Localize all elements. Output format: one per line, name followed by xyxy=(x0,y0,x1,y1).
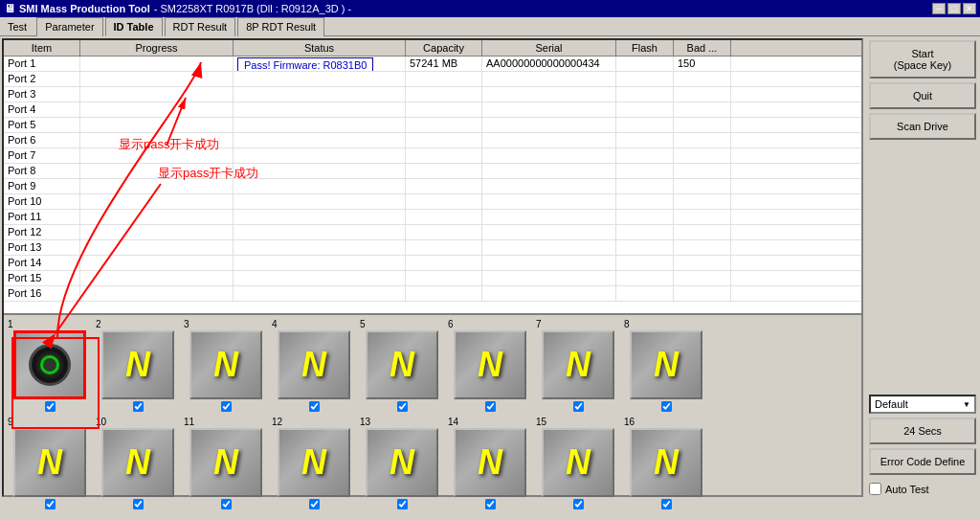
tab-parameter[interactable]: Parameter xyxy=(36,17,102,36)
port-checkbox-16[interactable] xyxy=(660,499,671,509)
port-checkbox-7[interactable] xyxy=(572,401,583,412)
port-checkbox-2[interactable] xyxy=(132,401,143,412)
port-icon-6[interactable]: N xyxy=(454,330,526,399)
port-icon-5[interactable]: N xyxy=(366,330,438,399)
cell-item: Port 2 xyxy=(4,72,80,86)
col-serial: Serial xyxy=(482,40,616,56)
cell-item: Port 4 xyxy=(4,102,80,117)
col-capacity: Capacity xyxy=(406,40,482,56)
port-icon-3[interactable]: N xyxy=(189,330,262,399)
table-row: Port 3 xyxy=(4,87,861,102)
col-progress: Progress xyxy=(80,40,234,56)
port-item-13[interactable]: 13 N xyxy=(360,417,444,510)
port-number-8: 8 xyxy=(624,319,630,329)
port-icon-15[interactable]: N xyxy=(542,428,614,497)
profile-dropdown[interactable]: Default ▼ xyxy=(869,395,976,414)
port-item-15[interactable]: 15 N xyxy=(536,417,620,510)
port-icon-16[interactable]: N xyxy=(630,428,702,497)
port-checkbox-14[interactable] xyxy=(484,499,495,509)
maximize-button[interactable]: □ xyxy=(947,3,961,14)
port-number-9: 9 xyxy=(8,417,13,427)
port-icon-12[interactable]: N xyxy=(278,428,350,497)
tab-8p-rdt-result[interactable]: 8P RDT Result xyxy=(237,17,324,36)
port-number-5: 5 xyxy=(360,319,366,329)
port-item-9[interactable]: 9 N xyxy=(8,417,92,510)
menu-bar: Test Parameter ID Table RDT Result 8P RD… xyxy=(0,17,980,36)
port-icon-13[interactable]: N xyxy=(366,428,438,497)
port-icon-9[interactable]: N xyxy=(13,428,86,497)
port-checkbox-8[interactable] xyxy=(660,401,671,412)
port-icon-2[interactable]: N xyxy=(101,330,174,399)
cell-item: Port 15 xyxy=(4,271,80,285)
port-item-4[interactable]: 4 N xyxy=(272,319,356,413)
port-checkbox-10[interactable] xyxy=(132,499,143,509)
port-icon-14[interactable]: N xyxy=(454,428,526,497)
cell-item: Port 8 xyxy=(4,164,80,178)
table-row: Port 14 xyxy=(4,256,861,271)
quit-button[interactable]: Quit xyxy=(869,82,976,109)
port-item-14[interactable]: 14 N xyxy=(448,417,532,510)
port-item-11[interactable]: 11 N xyxy=(184,417,268,510)
table-body: Port 1 Pass! Firmware: R0831B0 57241 MB … xyxy=(4,57,861,302)
port-item-8[interactable]: 8 N xyxy=(624,319,708,413)
start-button[interactable]: Start (Space Key) xyxy=(869,40,976,79)
secs-button[interactable]: 24 Secs xyxy=(869,418,976,444)
tab-id-table[interactable]: ID Table xyxy=(105,17,163,36)
auto-test-checkbox[interactable] xyxy=(869,483,881,495)
cell-item: Port 5 xyxy=(4,118,80,132)
n-letter: N xyxy=(213,442,238,483)
port-checkbox-13[interactable] xyxy=(396,499,407,509)
port-checkbox-1[interactable] xyxy=(44,401,55,412)
port-number-1: 1 xyxy=(8,319,13,329)
table-row: Port 11 xyxy=(4,210,861,225)
port-checkbox-5[interactable] xyxy=(396,401,407,412)
dropdown-arrow-icon: ▼ xyxy=(963,400,970,409)
port-item-10[interactable]: 10 N xyxy=(96,417,180,510)
table-row: Port 16 xyxy=(4,286,861,302)
cell-bad: 150 xyxy=(674,57,731,71)
port-item-2[interactable]: 2 N xyxy=(96,319,180,413)
port-item-5[interactable]: 5 N xyxy=(360,319,444,413)
n-letter: N xyxy=(390,442,414,483)
tab-rdt-result[interactable]: RDT Result xyxy=(165,17,236,36)
dropdown-value: Default xyxy=(875,398,908,410)
port-checkbox-12[interactable] xyxy=(308,499,319,509)
port-icon-11[interactable]: N xyxy=(189,428,262,497)
port-item-1[interactable]: 1 xyxy=(8,319,92,413)
circle-inner xyxy=(40,355,59,374)
n-letter: N xyxy=(478,442,502,483)
close-button[interactable]: ✕ xyxy=(963,3,976,14)
port-checkbox-15[interactable] xyxy=(572,499,583,509)
n-letter: N xyxy=(301,345,326,385)
port-icon-4[interactable]: N xyxy=(278,330,350,399)
port-item-12[interactable]: 12 N xyxy=(272,417,356,510)
data-table: Item Progress Status Capacity Serial Fla… xyxy=(4,40,861,313)
port-item-6[interactable]: 6 N xyxy=(448,319,532,413)
port-icon-8[interactable]: N xyxy=(630,330,702,399)
port-number-12: 12 xyxy=(272,417,282,427)
port-number-7: 7 xyxy=(536,319,542,329)
n-letter: N xyxy=(125,345,150,385)
port-number-6: 6 xyxy=(448,319,454,329)
port-grid-bottom: 9 N 10 N 11 N 12 N xyxy=(4,417,861,514)
port-checkbox-11[interactable] xyxy=(220,499,231,509)
minimize-button[interactable]: ─ xyxy=(932,3,946,14)
table-row: Port 1 Pass! Firmware: R0831B0 57241 MB … xyxy=(4,57,861,72)
port-item-3[interactable]: 3 N xyxy=(184,319,268,413)
table-row: Port 8 xyxy=(4,164,861,179)
port-icon-7[interactable]: N xyxy=(542,330,614,399)
port-checkbox-3[interactable] xyxy=(220,401,231,412)
cell-item: Port 16 xyxy=(4,286,80,301)
port-item-16[interactable]: 16 N xyxy=(624,417,708,510)
port-checkbox-4[interactable] xyxy=(308,401,319,412)
error-code-define-button[interactable]: Error Code Define xyxy=(869,448,976,475)
port-checkbox-9[interactable] xyxy=(44,499,55,509)
port-item-7[interactable]: 7 N xyxy=(536,319,620,413)
table-row: Port 15 xyxy=(4,271,861,286)
scan-drive-button[interactable]: Scan Drive xyxy=(869,113,976,140)
cell-status: Pass! Firmware: R0831B0 xyxy=(234,57,406,71)
port-checkbox-6[interactable] xyxy=(484,401,495,412)
port-icon-1[interactable] xyxy=(13,330,86,399)
menu-test[interactable]: Test xyxy=(2,20,33,34)
port-icon-10[interactable]: N xyxy=(101,428,174,497)
